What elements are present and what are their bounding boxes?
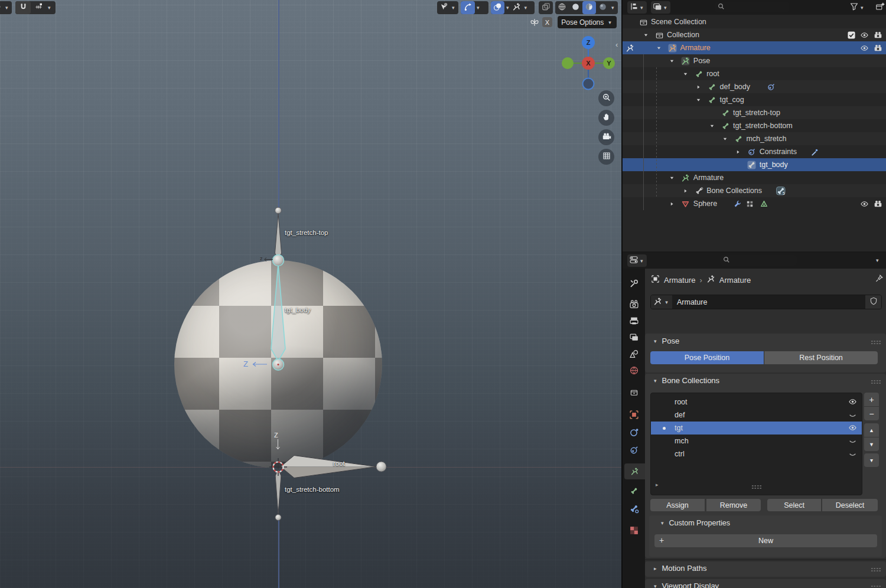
gizmo-neg-z-axis[interactable] (583, 79, 594, 90)
shading-wireframe-button[interactable] (555, 1, 569, 14)
properties-tab-object[interactable] (623, 407, 645, 423)
editor-type-dropdown[interactable]: ▾ (627, 1, 647, 14)
list-resize-grip[interactable] (751, 485, 761, 489)
eye-closed-icon[interactable] (848, 449, 857, 460)
expander-chevron-down-icon[interactable] (720, 134, 729, 143)
datablock-type-dropdown[interactable]: ▾ (651, 295, 672, 309)
pin-icon[interactable] (875, 274, 884, 285)
properties-tab-world[interactable] (623, 362, 645, 378)
pose-position-button[interactable]: Pose Position (650, 351, 764, 364)
shading-dropdown[interactable]: ▾ (610, 5, 616, 11)
deselect-button[interactable]: Deselect (822, 499, 878, 511)
eye-toggle-icon[interactable] (859, 30, 869, 40)
region-collapse-chevron[interactable]: ‹ (615, 40, 618, 49)
zoom-button[interactable] (598, 90, 614, 106)
panel-grip[interactable] (871, 380, 881, 384)
constraint-icon[interactable] (766, 82, 776, 92)
fake-user-shield-button[interactable] (865, 295, 881, 309)
outliner-item-label[interactable]: Scene Collection (651, 18, 706, 26)
add-collection-button[interactable]: + (864, 393, 879, 406)
bone-collection-name[interactable]: def (675, 411, 685, 419)
expander-chevron-down-icon[interactable] (667, 173, 677, 182)
properties-tab-viewlayer[interactable] (623, 329, 645, 345)
properties-tab-data[interactable] (624, 463, 645, 479)
custom-properties-header[interactable]: ▾ Custom Properties (659, 519, 730, 527)
toggle-xray-button[interactable] (539, 1, 553, 14)
show-gizmo-toggle[interactable] (461, 1, 475, 14)
bone-collection-row-ctrl[interactable]: ctrl (651, 447, 862, 460)
properties-tab-output[interactable] (623, 313, 645, 329)
outliner-row-armature[interactable]: Armature (623, 171, 886, 184)
bone-tgt-stretch-top[interactable] (275, 213, 282, 259)
expander-chevron-down-icon[interactable] (680, 69, 690, 79)
outliner-row-tgt-stretch-top[interactable]: tgt_stretch-top (623, 106, 886, 119)
expander-chevron-down-icon[interactable] (654, 43, 663, 53)
mirror-x-toggle[interactable]: X (542, 17, 552, 27)
bone-collection-row-mch[interactable]: mch (651, 435, 862, 447)
properties-tab-boneconstraint[interactable] (623, 501, 645, 517)
expander-chevron-down-icon[interactable] (707, 121, 716, 130)
editor-type-dropdown[interactable]: ▾ (627, 254, 647, 267)
outliner-item-label[interactable]: Armature (680, 44, 710, 52)
eye-icon[interactable] (848, 423, 857, 434)
outliner-item-label[interactable]: Sphere (693, 200, 717, 208)
snap-dropdown[interactable]: ▾ (46, 5, 53, 11)
badge5-icon[interactable]: 5 (776, 186, 786, 195)
eye-closed-icon[interactable] (848, 410, 857, 421)
properties-tab-objconstraint[interactable] (623, 442, 645, 458)
outliner-row-tgt-body[interactable]: tgt_body (623, 158, 886, 171)
outliner-item-label[interactable]: Pose (693, 57, 711, 65)
move-up-button[interactable]: ▲ (864, 423, 879, 437)
expander-chevron-down-icon[interactable] (694, 95, 703, 104)
pose-options-dropdown[interactable]: Pose Options▾ (558, 16, 617, 28)
rest-position-button[interactable]: Rest Position (764, 351, 878, 364)
properties-tab-texture[interactable] (623, 522, 645, 538)
outliner-item-label[interactable]: root (706, 70, 719, 78)
shading-rendered-button[interactable] (596, 1, 610, 14)
camera-toggle-icon[interactable] (873, 30, 882, 40)
object-visibility-dropdown[interactable]: ▾ (437, 1, 458, 14)
panel-grip[interactable] (871, 585, 881, 588)
eye-icon[interactable] (848, 397, 857, 408)
outliner-row-collection[interactable]: Collection (623, 28, 886, 41)
show-overlays-toggle[interactable] (491, 1, 504, 14)
nodes-icon[interactable] (745, 199, 754, 208)
outliner-display-mode-dropdown[interactable]: ▾ (651, 1, 670, 14)
outliner-item-label[interactable]: mch_stretch (746, 135, 786, 143)
outliner-item-label[interactable]: Bone Collections (706, 187, 762, 195)
remove-collection-button[interactable]: − (864, 407, 879, 420)
overlays-dropdown[interactable]: ▾ (504, 5, 511, 11)
bone-tgt-stretch-bottom[interactable] (275, 469, 281, 514)
new-property-button[interactable]: + New (654, 534, 877, 547)
outliner-item-label[interactable]: Armature (693, 174, 724, 182)
breadcrumb-object[interactable]: Armature (664, 276, 695, 285)
expander-chevron-down-icon[interactable] (667, 56, 677, 66)
remove-button[interactable]: Remove (706, 499, 761, 511)
expander-chevron-right-icon[interactable] (667, 199, 677, 208)
outliner-row-scene-collection[interactable]: Scene Collection (623, 15, 886, 28)
panel-grip[interactable] (871, 340, 881, 344)
orthographic-grid-button[interactable] (598, 149, 614, 165)
properties-tab-bone[interactable] (623, 483, 645, 499)
outliner-row-tgt-cog[interactable]: tgt_cog (623, 93, 886, 106)
properties-tab-render[interactable] (623, 296, 645, 312)
shading-solid-button[interactable] (569, 1, 582, 14)
camera-view-button[interactable] (598, 129, 614, 145)
outliner-row-tgt-stretch-bottom[interactable]: tgt_stretch-bottom (623, 119, 886, 132)
bone-collections-header[interactable]: ▾ Bone Collections (652, 376, 719, 385)
expander-chevron-right-icon[interactable] (734, 147, 743, 156)
outliner-row-def-body[interactable]: def_body (623, 80, 886, 93)
new-collection-button[interactable] (875, 2, 885, 13)
bone-collection-row-tgt[interactable]: tgt (651, 422, 862, 435)
navigation-gizmo[interactable]: Z X Y (556, 31, 621, 96)
outliner-item-label[interactable]: tgt_stretch-bottom (733, 122, 793, 130)
select-button[interactable]: Select (767, 499, 821, 511)
eye-toggle-icon[interactable] (859, 43, 869, 53)
properties-options-dropdown[interactable]: ▾ (874, 257, 881, 263)
move-down-button[interactable]: ▼ (864, 437, 879, 451)
armature-overlay-toggle[interactable] (511, 1, 523, 14)
outliner-row-armature[interactable]: Armature (623, 41, 886, 54)
breadcrumb-data[interactable]: Armature (719, 276, 751, 285)
outliner-row-root[interactable]: root (623, 67, 886, 80)
eye-closed-icon[interactable] (848, 436, 857, 447)
